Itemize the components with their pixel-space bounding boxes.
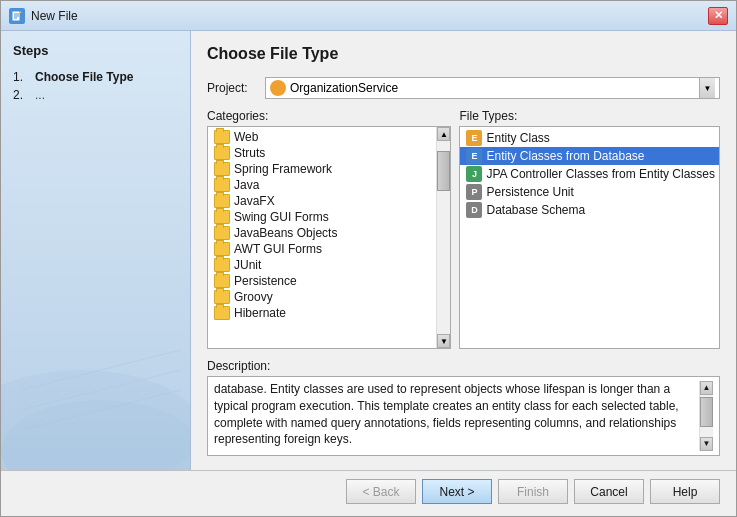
category-item[interactable]: Hibernate	[208, 305, 436, 321]
category-item[interactable]: AWT GUI Forms	[208, 241, 436, 257]
file-types-label: File Types:	[459, 109, 720, 123]
project-name: OrganizationService	[290, 81, 695, 95]
desc-scroll-up[interactable]: ▲	[700, 381, 713, 395]
step-1-number: 1.	[13, 70, 29, 84]
steps-heading: Steps	[13, 43, 178, 58]
project-row: Project: OrganizationService ▼	[207, 77, 720, 99]
new-file-icon	[9, 8, 25, 24]
panels-row: Categories: WebStrutsSpring FrameworkJav…	[207, 109, 720, 349]
scroll-thumb-area	[437, 141, 450, 334]
folder-icon	[214, 146, 230, 160]
folder-icon	[214, 258, 230, 272]
description-scrollbar[interactable]: ▲ ▼	[699, 381, 713, 451]
category-item[interactable]: JavaBeans Objects	[208, 225, 436, 241]
desc-scroll-thumb[interactable]	[700, 397, 713, 427]
category-item[interactable]: JavaFX	[208, 193, 436, 209]
desc-scroll-down[interactable]: ▼	[700, 437, 713, 451]
file-type-icon: J	[466, 166, 482, 182]
dropdown-arrow-icon[interactable]: ▼	[699, 78, 715, 98]
file-type-icon: D	[466, 202, 482, 218]
content-area: Steps 1. Choose File Type 2. ... Choose …	[1, 31, 736, 470]
folder-icon	[214, 274, 230, 288]
next-button[interactable]: Next >	[422, 479, 492, 504]
step-1: 1. Choose File Type	[13, 70, 178, 84]
description-box: database. Entity classes are used to rep…	[207, 376, 720, 456]
dialog-title: New File	[31, 9, 78, 23]
steps-panel: Steps 1. Choose File Type 2. ...	[1, 31, 191, 470]
project-dropdown[interactable]: OrganizationService ▼	[265, 77, 720, 99]
category-item[interactable]: Groovy	[208, 289, 436, 305]
step-2-number: 2.	[13, 88, 29, 102]
folder-icon	[214, 162, 230, 176]
dialog: New File ✕ Steps 1. Choose File Type 2. …	[0, 0, 737, 517]
description-text: database. Entity classes are used to rep…	[214, 381, 699, 451]
categories-list[interactable]: WebStrutsSpring FrameworkJavaJavaFXSwing…	[208, 127, 436, 348]
folder-icon	[214, 210, 230, 224]
finish-button[interactable]: Finish	[498, 479, 568, 504]
file-types-list-container: EEntity ClassEEntity Classes from Databa…	[459, 126, 720, 349]
project-label: Project:	[207, 81, 257, 95]
category-item[interactable]: Web	[208, 129, 436, 145]
categories-section: Categories: WebStrutsSpring FrameworkJav…	[207, 109, 451, 349]
categories-scrollbar[interactable]: ▲ ▼	[436, 127, 450, 348]
main-panel: Choose File Type Project: OrganizationSe…	[191, 31, 736, 470]
step-2-label: ...	[35, 88, 45, 102]
file-types-list[interactable]: EEntity ClassEEntity Classes from Databa…	[460, 127, 719, 348]
step-2: 2. ...	[13, 88, 178, 102]
description-label: Description:	[207, 359, 720, 373]
category-item[interactable]: Spring Framework	[208, 161, 436, 177]
folder-icon	[214, 178, 230, 192]
categories-list-container: WebStrutsSpring FrameworkJavaJavaFXSwing…	[207, 126, 451, 349]
file-type-icon: E	[466, 130, 482, 146]
step-1-label: Choose File Type	[35, 70, 133, 84]
folder-icon	[214, 306, 230, 320]
main-title: Choose File Type	[207, 45, 720, 63]
category-item[interactable]: Java	[208, 177, 436, 193]
file-type-item[interactable]: DDatabase Schema	[460, 201, 719, 219]
folder-icon	[214, 130, 230, 144]
file-types-section: File Types: EEntity ClassEEntity Classes…	[459, 109, 720, 349]
file-type-icon: P	[466, 184, 482, 200]
scroll-down-btn[interactable]: ▼	[437, 334, 450, 348]
close-button[interactable]: ✕	[708, 7, 728, 25]
project-icon	[270, 80, 286, 96]
description-section: Description: database. Entity classes ar…	[207, 359, 720, 456]
category-item[interactable]: Persistence	[208, 273, 436, 289]
svg-marker-4	[20, 11, 22, 13]
help-button[interactable]: Help	[650, 479, 720, 504]
title-bar-left: New File	[9, 8, 78, 24]
desc-scroll-area	[700, 395, 713, 437]
categories-label: Categories:	[207, 109, 451, 123]
category-item[interactable]: Struts	[208, 145, 436, 161]
file-type-icon: E	[466, 148, 482, 164]
folder-icon	[214, 226, 230, 240]
cancel-button[interactable]: Cancel	[574, 479, 644, 504]
category-item[interactable]: JUnit	[208, 257, 436, 273]
file-type-item[interactable]: JJPA Controller Classes from Entity Clas…	[460, 165, 719, 183]
file-type-item[interactable]: EEntity Class	[460, 129, 719, 147]
scroll-thumb[interactable]	[437, 151, 450, 191]
folder-icon	[214, 290, 230, 304]
file-type-item[interactable]: PPersistence Unit	[460, 183, 719, 201]
back-button[interactable]: < Back	[346, 479, 416, 504]
scroll-up-btn[interactable]: ▲	[437, 127, 450, 141]
file-type-item[interactable]: EEntity Classes from Database	[460, 147, 719, 165]
folder-icon	[214, 242, 230, 256]
category-item[interactable]: Swing GUI Forms	[208, 209, 436, 225]
folder-icon	[214, 194, 230, 208]
title-bar: New File ✕	[1, 1, 736, 31]
button-bar: < Back Next > Finish Cancel Help	[1, 470, 736, 516]
